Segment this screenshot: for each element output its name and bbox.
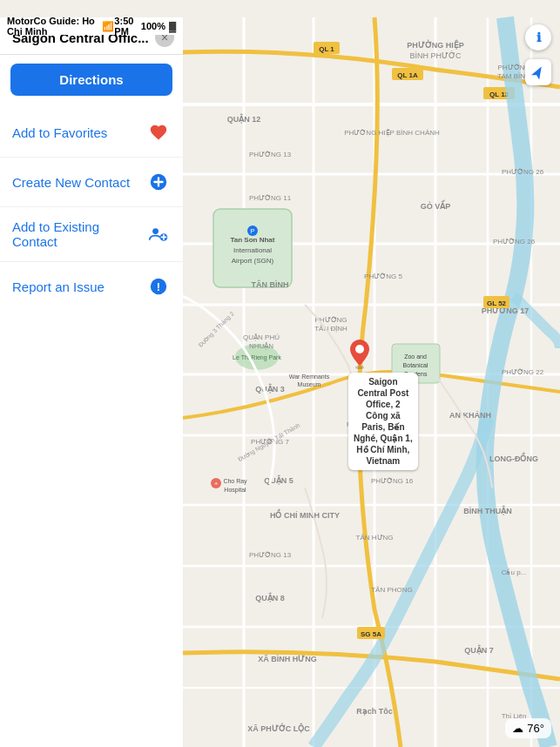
svg-text:PHƯỜNG 11: PHƯỜNG 11 [249, 194, 292, 202]
svg-text:PHƯỜNG 26: PHƯỜNG 26 [502, 168, 544, 176]
svg-text:Museum: Museum [298, 381, 321, 387]
svg-text:War Remnants: War Remnants [289, 374, 330, 380]
svg-text:Le Thi Rieng Park: Le Thi Rieng Park [233, 354, 281, 361]
svg-text:PHƯỜNG HIỆP BÌNH CHÁNH: PHƯỜNG HIỆP BÌNH CHÁNH [344, 129, 440, 137]
favorites-icon [146, 120, 171, 145]
svg-text:BÌNH THUẬN: BÌNH THUẬN [463, 505, 512, 515]
pin-bubble: Saigon Central Post Office, 2 Công xã Pa… [348, 373, 418, 470]
add-existing-contact-item[interactable]: Add to Existing Contact [0, 207, 183, 262]
svg-text:PHƯỜNG 13: PHƯỜNG 13 [249, 151, 292, 158]
create-contact-icon [146, 170, 171, 194]
menu-list: Add to Favorites Create New Contact Add … [0, 104, 183, 314]
svg-text:QUẬN 3: QUẬN 3 [255, 383, 285, 394]
add-to-favorites-label: Add to Favorites [12, 125, 107, 140]
svg-text:!: ! [157, 280, 160, 293]
svg-text:TÂN HƯNG: TÂN HƯNG [356, 534, 394, 542]
create-new-contact-label: Create New Contact [12, 175, 130, 190]
report-issue-item[interactable]: Report an Issue ! [0, 262, 183, 311]
svg-text:AN KHÁNH: AN KHÁNH [449, 411, 491, 420]
report-icon: ! [146, 274, 171, 299]
svg-text:GL 52: GL 52 [487, 299, 507, 307]
battery-level: 100% [141, 21, 165, 31]
svg-point-90 [152, 228, 159, 234]
side-panel: MotorCo Guide: Ho Chi Minh 📶 3:50 PM 100… [0, 17, 183, 747]
svg-text:TÂN PHONG: TÂN PHONG [371, 586, 413, 594]
svg-text:Hospital: Hospital [224, 487, 246, 494]
svg-text:PHƯỜNG 16: PHƯỜNG 16 [371, 477, 414, 485]
svg-text:TÂN ĐỊNH: TÂN ĐỊNH [314, 325, 347, 333]
app-name: MotorCo Guide: Ho Chi Minh [7, 16, 98, 37]
svg-text:PHƯỜNG 22: PHƯỜNG 22 [502, 368, 544, 376]
weather-icon: ☁ [512, 722, 523, 735]
weather-temp: 76° [527, 722, 544, 735]
svg-text:PHƯỜNG 5: PHƯỜNG 5 [364, 273, 402, 280]
battery-icon: ▓ [169, 21, 176, 31]
svg-text:QL 1: QL 1 [319, 45, 334, 53]
svg-text:QUẬN 5: QUẬN 5 [264, 474, 293, 485]
svg-text:Airport (SGN): Airport (SGN) [232, 257, 274, 265]
status-left: MotorCo Guide: Ho Chi Minh 📶 [7, 16, 114, 37]
svg-text:+: + [214, 480, 219, 488]
report-issue-label: Report an Issue [12, 279, 105, 294]
svg-text:SG 5A: SG 5A [361, 630, 381, 638]
svg-text:XÃ PHƯỚC LỘC: XÃ PHƯỚC LỘC [247, 723, 310, 733]
create-new-contact-item[interactable]: Create New Contact [0, 158, 183, 207]
existing-contact-icon [146, 222, 171, 246]
status-right: 100% ▓ [141, 21, 176, 31]
svg-text:BÌNH PHƯỚC: BÌNH PHƯỚC [409, 50, 462, 60]
svg-text:QUẬN 7: QUẬN 7 [464, 644, 494, 655]
svg-text:Rạch Tôc: Rạch Tôc [356, 707, 393, 716]
svg-text:P: P [250, 227, 254, 235]
svg-text:Cầu p...: Cầu p... [502, 569, 527, 576]
svg-text:NHUẬN: NHUẬN [249, 342, 273, 350]
svg-text:QUẬN 12: QUẬN 12 [227, 113, 261, 124]
status-time: 3:50 PM [114, 16, 140, 37]
svg-point-86 [355, 345, 364, 353]
weather-badge: ☁ 76° [505, 718, 551, 738]
directions-button[interactable]: Directions [10, 64, 172, 96]
svg-text:PHƯỜNG 26: PHƯỜNG 26 [493, 238, 536, 246]
map-location-button[interactable] [525, 59, 551, 85]
add-to-favorites-item[interactable]: Add to Favorites [0, 108, 183, 158]
wifi-icon: 📶 [102, 21, 114, 32]
svg-text:QL 1A: QL 1A [397, 71, 418, 79]
svg-text:QUẬN 8: QUẬN 8 [255, 592, 285, 602]
map-pin: Saigon Central Post Office, 2 Công xã Pa… [348, 340, 418, 470]
svg-text:XÃ BÌNH HƯNG: XÃ BÌNH HƯNG [258, 655, 317, 663]
svg-text:Tan Son Nhat: Tan Son Nhat [231, 236, 275, 244]
svg-point-85 [355, 366, 364, 369]
map-info-button[interactable]: ℹ [525, 24, 551, 50]
svg-text:International: International [233, 246, 272, 254]
svg-text:Cho Ray: Cho Ray [223, 478, 247, 485]
svg-text:PHƯỜNG 13: PHƯỜNG 13 [249, 551, 292, 559]
svg-text:QUẬN PHÚ: QUẬN PHÚ [243, 333, 280, 341]
status-bar: MotorCo Guide: Ho Chi Minh 📶 3:50 PM 100… [0, 17, 183, 35]
svg-text:PHƯỜNG HIỆP: PHƯỜNG HIỆP [407, 39, 464, 50]
add-existing-contact-label: Add to Existing Contact [12, 219, 146, 249]
svg-text:TÂN BÌNH: TÂN BÌNH [252, 279, 289, 289]
